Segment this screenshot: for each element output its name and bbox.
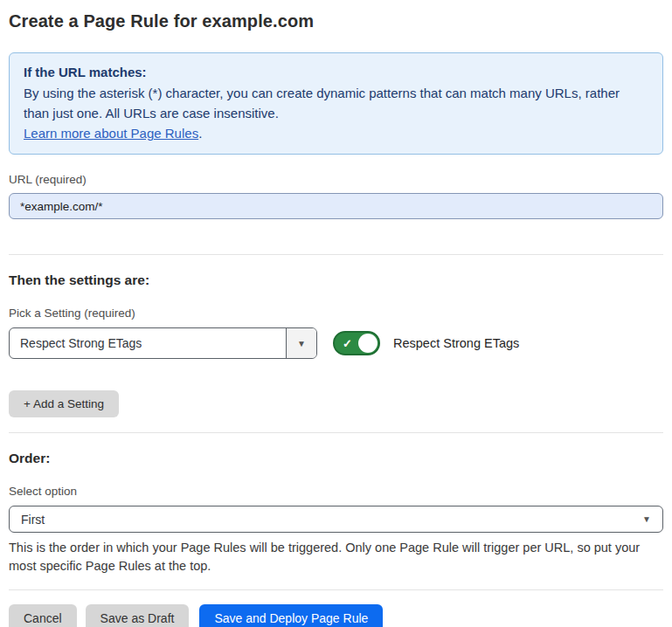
- page-title: Create a Page Rule for example.com: [9, 10, 663, 31]
- setting-select-arrow-segment[interactable]: ▼: [286, 328, 316, 358]
- section-divider: [9, 254, 663, 255]
- link-suffix: .: [198, 126, 202, 141]
- url-field-label: URL (required): [9, 173, 663, 187]
- order-select-label: Select option: [9, 485, 663, 499]
- setting-toggle-label: Respect Strong ETags: [393, 336, 519, 350]
- section-divider: [9, 432, 663, 433]
- cancel-button[interactable]: Cancel: [9, 604, 77, 627]
- save-as-draft-button[interactable]: Save as Draft: [86, 604, 190, 627]
- check-icon: ✓: [343, 338, 352, 349]
- order-select[interactable]: First ▼: [9, 506, 663, 533]
- order-section-heading: Order:: [9, 451, 663, 466]
- setting-toggle[interactable]: ✓: [333, 331, 380, 355]
- url-input[interactable]: [9, 193, 663, 219]
- add-setting-button[interactable]: + Add a Setting: [9, 390, 119, 417]
- info-box-link-line: Learn more about Page Rules.: [24, 123, 648, 143]
- setting-picker-label: Pick a Setting (required): [9, 307, 663, 320]
- setting-row: Respect Strong ETags ▼ ✓ Respect Strong …: [9, 327, 663, 359]
- learn-more-link[interactable]: Learn more about Page Rules: [24, 126, 198, 141]
- order-select-value: First: [21, 513, 642, 527]
- info-box-heading: If the URL matches:: [24, 62, 648, 82]
- footer-actions: Cancel Save as Draft Save and Deploy Pag…: [9, 604, 663, 627]
- url-match-info-box: If the URL matches: By using the asteris…: [9, 52, 663, 155]
- settings-section-heading: Then the settings are:: [9, 272, 663, 288]
- order-help-text: This is the order in which your Page Rul…: [9, 539, 663, 575]
- setting-select[interactable]: Respect Strong ETags ▼: [9, 327, 317, 359]
- footer-divider: [9, 589, 663, 590]
- save-and-deploy-button[interactable]: Save and Deploy Page Rule: [199, 604, 383, 627]
- info-box-body: By using the asterisk (*) character, you…: [24, 83, 648, 123]
- toggle-knob: [358, 334, 378, 353]
- chevron-down-icon: ▼: [642, 514, 651, 524]
- setting-select-value: Respect Strong ETags: [10, 328, 286, 358]
- chevron-down-icon: ▼: [297, 339, 306, 348]
